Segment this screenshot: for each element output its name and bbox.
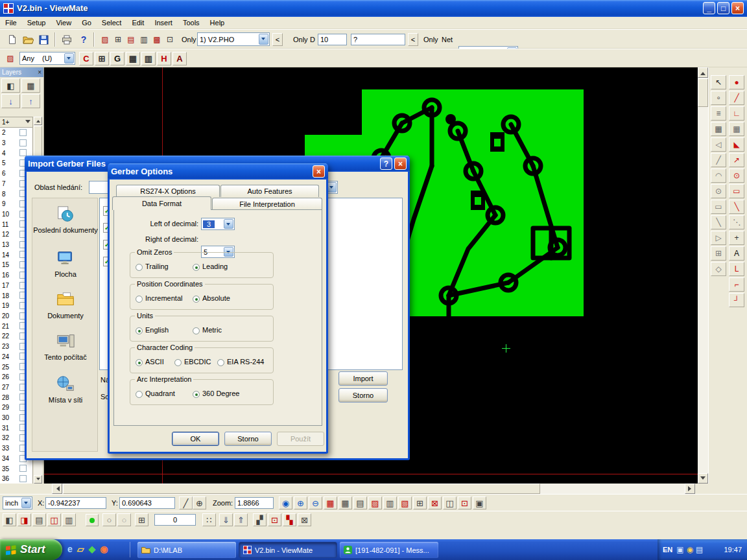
layer-row[interactable]: 36 <box>0 474 32 484</box>
layers-toolbar-button[interactable]: ▦ <box>21 78 40 93</box>
layer-row[interactable]: 3 <box>0 138 32 148</box>
scroll-up-button[interactable] <box>698 67 708 78</box>
left-of-decimal-select[interactable]: 3 <box>201 218 235 230</box>
print-button[interactable] <box>60 32 74 47</box>
scroll-down-button[interactable] <box>34 475 42 484</box>
edit-tool-button[interactable]: H <box>157 52 171 65</box>
trailing-radio[interactable] <box>136 264 143 271</box>
metric-radio[interactable] <box>193 327 200 334</box>
pad-display-button[interactable]: ⊠ <box>298 513 311 526</box>
view-tool-button[interactable]: ▦ <box>338 496 352 509</box>
view-tool-button[interactable]: ⊡ <box>458 496 471 509</box>
layer-row[interactable]: 2 <box>0 128 32 138</box>
menu-item[interactable]: Go <box>77 17 97 29</box>
clock[interactable]: 19:47 <box>724 546 742 554</box>
layer-select[interactable]: 1) V2.PHO <box>197 32 270 46</box>
scroll-thumb[interactable] <box>698 78 708 107</box>
quick-launch-icon[interactable]: ▱ <box>77 544 84 554</box>
edit-tool-button[interactable]: G <box>110 52 124 65</box>
layer-row[interactable]: 35 <box>0 463 32 474</box>
tab-auto-features[interactable]: Auto Features <box>220 185 319 197</box>
pattern-tool-button[interactable]: ▨ <box>99 33 112 46</box>
leading-radio[interactable] <box>193 264 200 271</box>
scroll-up-button[interactable] <box>34 117 42 125</box>
layers-panel-titlebar[interactable]: Layers × <box>0 67 43 77</box>
apply-button[interactable]: Použít <box>277 432 324 446</box>
save-button[interactable] <box>36 32 51 47</box>
quadrant-radio[interactable] <box>136 391 143 398</box>
palette-tool-button[interactable]: ▦ <box>711 122 726 136</box>
view-tool-button[interactable]: ⊖ <box>309 496 322 509</box>
dcode-query-input[interactable]: ? <box>351 34 405 45</box>
aperture-type-select[interactable]: Any(U) <box>19 52 75 65</box>
lamp-tool-button[interactable]: ○ <box>117 513 131 526</box>
state-tool-button[interactable]: ▥ <box>62 513 76 526</box>
menu-item[interactable]: File <box>0 17 22 29</box>
scroll-down-button[interactable] <box>698 473 708 484</box>
close-button[interactable]: × <box>731 2 744 14</box>
quick-launch-icon[interactable]: ◉ <box>100 544 108 554</box>
close-icon[interactable]: × <box>38 69 42 76</box>
dcode-input[interactable]: 10 <box>318 34 347 45</box>
layers-toolbar-button[interactable]: ◧ <box>1 78 20 93</box>
menu-item[interactable]: Select <box>97 17 127 29</box>
measure-tool-button[interactable]: ⊕ <box>193 496 206 509</box>
menu-item[interactable]: Setup <box>22 17 51 29</box>
state-tool-button[interactable]: ◨ <box>18 513 31 526</box>
palette-tool-button[interactable]: ⊙ <box>729 169 744 183</box>
layer-visibility-checkbox[interactable] <box>19 139 27 146</box>
pad-display-button[interactable]: ▚ <box>283 513 296 526</box>
ebcdic-radio[interactable] <box>174 359 182 366</box>
palette-tool-button[interactable]: ╲ <box>711 215 726 229</box>
tab-file-interpretation[interactable]: File Interpretation <box>212 198 322 210</box>
palette-tool-button[interactable]: ▦ <box>729 122 744 136</box>
tray-icon[interactable]: ▤ <box>696 545 703 554</box>
layer-visibility-checkbox[interactable] <box>19 149 27 156</box>
palette-tool-button[interactable]: ● <box>729 75 744 89</box>
palette-tool-button[interactable]: ↗ <box>729 153 744 167</box>
task-button-viewmate[interactable]: V2.bin - ViewMate <box>239 542 337 558</box>
edit-tool-button[interactable]: ▥ <box>141 52 156 65</box>
state-tool-button[interactable]: ◧ <box>3 513 16 526</box>
units-select[interactable]: inch <box>3 496 32 509</box>
place-recent-documents[interactable]: Poslední dokumenty <box>33 205 98 234</box>
absolute-radio[interactable] <box>193 296 200 303</box>
task-button-mlab[interactable]: D:\MLAB <box>137 542 236 558</box>
eia-rs244-radio[interactable] <box>217 359 224 366</box>
close-button[interactable]: × <box>394 158 407 170</box>
chevron-down-icon[interactable] <box>25 120 30 126</box>
import-button[interactable]: Import <box>338 371 388 386</box>
maximize-button[interactable]: □ <box>717 2 729 14</box>
palette-tool-button[interactable]: ◁ <box>711 137 726 152</box>
layer-visibility-checkbox[interactable] <box>19 465 27 472</box>
ok-button[interactable]: OK <box>172 432 219 446</box>
view-tool-button[interactable]: ▣ <box>473 496 486 509</box>
palette-tool-button[interactable]: ⊙ <box>711 184 726 198</box>
chevron-down-icon[interactable] <box>64 53 74 64</box>
place-network[interactable]: Místa v síti <box>33 375 98 404</box>
edit-tool-button[interactable]: C <box>79 52 93 65</box>
palette-tool-button[interactable]: ∟ <box>729 106 744 121</box>
view-tool-button[interactable]: ⊠ <box>428 496 442 509</box>
pattern-tool-button[interactable]: ▩ <box>150 33 163 46</box>
chevron-down-icon[interactable] <box>259 34 268 45</box>
layer-visibility-checkbox[interactable] <box>19 129 27 136</box>
tray-icon[interactable]: ▣ <box>676 545 683 554</box>
view-tool-button[interactable]: ⊞ <box>413 496 427 509</box>
layer-visibility-checkbox[interactable] <box>19 475 27 482</box>
menu-item[interactable]: Help <box>205 17 230 29</box>
pad-display-button[interactable]: ▞ <box>253 513 267 526</box>
scroll-left-button[interactable] <box>52 484 62 494</box>
quick-launch-icon[interactable]: ◆ <box>89 544 96 554</box>
new-file-button[interactable] <box>5 32 19 47</box>
scroll-right-button[interactable] <box>685 484 695 494</box>
palette-tool-button[interactable]: ╱ <box>729 91 744 105</box>
chevron-down-icon[interactable] <box>327 182 337 192</box>
measure-tool-button[interactable]: ╱ <box>179 496 193 509</box>
horizontal-scrollbar[interactable] <box>52 484 695 494</box>
vertical-scrollbar[interactable] <box>698 67 708 484</box>
lamp-tool-button[interactable]: ○ <box>102 513 116 526</box>
palette-tool-button[interactable]: ╲ <box>729 200 744 214</box>
cancel-button[interactable]: Storno <box>338 388 388 402</box>
palette-tool-button[interactable]: ∘ <box>711 91 726 105</box>
